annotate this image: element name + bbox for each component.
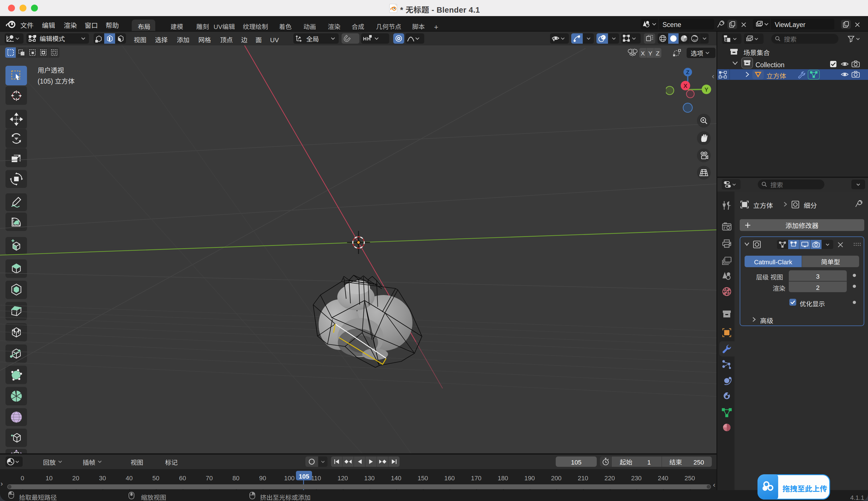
svg-text:Z: Z <box>686 69 690 75</box>
svg-text:X: X <box>683 83 688 89</box>
svg-text:Y: Y <box>704 86 708 93</box>
